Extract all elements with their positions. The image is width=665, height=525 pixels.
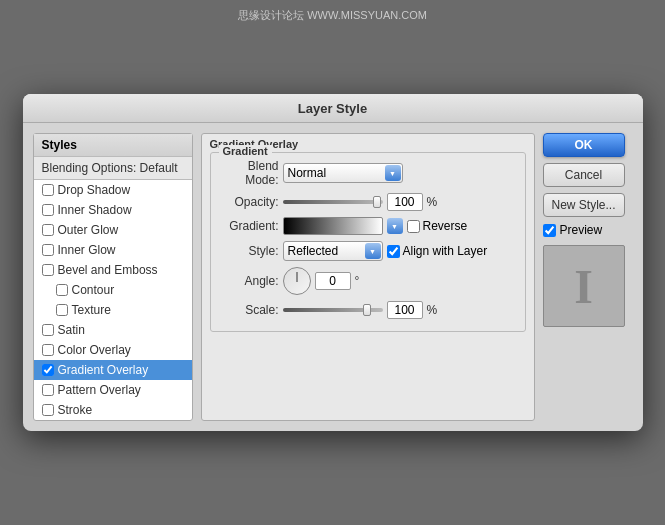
align-layer-text: Align with Layer [403, 244, 488, 258]
title-text: Layer Style [298, 101, 367, 116]
drop-shadow-item[interactable]: Drop Shadow [34, 180, 192, 200]
align-layer-checkbox[interactable] [387, 245, 400, 258]
center-panel: Gradient Overlay Gradient Blend Mode: No… [201, 133, 535, 421]
opacity-slider[interactable] [283, 200, 383, 204]
bevel-emboss-checkbox[interactable] [42, 264, 54, 276]
reverse-label[interactable]: Reverse [407, 219, 468, 233]
preview-text: Preview [560, 223, 603, 237]
drop-shadow-checkbox[interactable] [42, 184, 54, 196]
angle-row: Angle: ° [219, 267, 517, 295]
scale-unit: % [427, 303, 438, 317]
left-panel: Styles Blending Options: Default Drop Sh… [33, 133, 193, 421]
reverse-text: Reverse [423, 219, 468, 233]
angle-unit: ° [355, 274, 360, 288]
new-style-button[interactable]: New Style... [543, 193, 625, 217]
group-label: Gradient [219, 145, 272, 157]
opacity-input[interactable] [387, 193, 423, 211]
contour-item[interactable]: Contour [34, 280, 192, 300]
outer-glow-label: Outer Glow [58, 223, 119, 237]
layer-style-dialog: Layer Style Styles Blending Options: Def… [23, 94, 643, 431]
inner-shadow-checkbox[interactable] [42, 204, 54, 216]
gradient-label: Gradient: [219, 219, 279, 233]
blend-mode-row: Blend Mode: Normal Dissolve Multiply Scr… [219, 159, 517, 187]
watermark: 思缘设计论坛 WWW.MISSYUAN.COM [238, 8, 427, 23]
opacity-row: Opacity: % [219, 193, 517, 211]
gradient-arrow-icon[interactable] [387, 218, 403, 234]
scale-slider[interactable] [283, 308, 383, 312]
inner-glow-label: Inner Glow [58, 243, 116, 257]
gradient-overlay-checkbox[interactable] [42, 364, 54, 376]
pattern-overlay-item[interactable]: Pattern Overlay [34, 380, 192, 400]
satin-label: Satin [58, 323, 85, 337]
preview-letter: I [574, 259, 593, 314]
style-row: Style: Linear Radial Angle Reflected Dia… [219, 241, 517, 261]
dialog-title: Layer Style [23, 94, 643, 123]
style-select[interactable]: Linear Radial Angle Reflected Diamond [283, 241, 383, 261]
scale-row: Scale: % [219, 301, 517, 319]
satin-item[interactable]: Satin [34, 320, 192, 340]
scale-thumb [363, 304, 371, 316]
scale-label: Scale: [219, 303, 279, 317]
texture-label: Texture [72, 303, 111, 317]
inner-glow-checkbox[interactable] [42, 244, 54, 256]
color-overlay-checkbox[interactable] [42, 344, 54, 356]
cancel-button[interactable]: Cancel [543, 163, 625, 187]
gradient-row: Gradient: Reverse [219, 217, 517, 235]
bevel-emboss-label: Bevel and Emboss [58, 263, 158, 277]
outer-glow-item[interactable]: Outer Glow [34, 220, 192, 240]
reverse-checkbox[interactable] [407, 220, 420, 233]
align-layer-label[interactable]: Align with Layer [387, 244, 488, 258]
angle-dial[interactable] [283, 267, 311, 295]
gradient-group: Gradient Blend Mode: Normal Dissolve Mul… [210, 152, 526, 332]
outer-glow-checkbox[interactable] [42, 224, 54, 236]
blend-mode-label: Blend Mode: [219, 159, 279, 187]
contour-label: Contour [72, 283, 115, 297]
stroke-item[interactable]: Stroke [34, 400, 192, 420]
blend-mode-select[interactable]: Normal Dissolve Multiply Screen Overlay [283, 163, 403, 183]
gradient-swatch[interactable] [283, 217, 383, 235]
right-panel: OK Cancel New Style... Preview I [543, 133, 633, 421]
blending-options-item[interactable]: Blending Options: Default [34, 157, 192, 180]
texture-checkbox[interactable] [56, 304, 68, 316]
preview-checkbox[interactable] [543, 224, 556, 237]
bevel-emboss-item[interactable]: Bevel and Emboss [34, 260, 192, 280]
gradient-overlay-label: Gradient Overlay [58, 363, 149, 377]
angle-label: Angle: [219, 274, 279, 288]
satin-checkbox[interactable] [42, 324, 54, 336]
ok-button[interactable]: OK [543, 133, 625, 157]
inner-shadow-label: Inner Shadow [58, 203, 132, 217]
color-overlay-label: Color Overlay [58, 343, 131, 357]
color-overlay-item[interactable]: Color Overlay [34, 340, 192, 360]
pattern-overlay-checkbox[interactable] [42, 384, 54, 396]
stroke-checkbox[interactable] [42, 404, 54, 416]
preview-box: I [543, 245, 625, 327]
contour-checkbox[interactable] [56, 284, 68, 296]
dialog-body: Styles Blending Options: Default Drop Sh… [23, 123, 643, 431]
style-label: Style: [219, 244, 279, 258]
blending-options-label: Blending Options: Default [42, 161, 178, 175]
texture-item[interactable]: Texture [34, 300, 192, 320]
blend-mode-select-wrapper[interactable]: Normal Dissolve Multiply Screen Overlay [283, 163, 403, 183]
angle-input[interactable] [315, 272, 351, 290]
scale-input[interactable] [387, 301, 423, 319]
angle-indicator [296, 272, 297, 282]
opacity-thumb [373, 196, 381, 208]
inner-shadow-item[interactable]: Inner Shadow [34, 200, 192, 220]
inner-glow-item[interactable]: Inner Glow [34, 240, 192, 260]
opacity-unit: % [427, 195, 438, 209]
pattern-overlay-label: Pattern Overlay [58, 383, 141, 397]
opacity-label: Opacity: [219, 195, 279, 209]
preview-label[interactable]: Preview [543, 223, 633, 237]
gradient-overlay-item[interactable]: Gradient Overlay [34, 360, 192, 380]
styles-header: Styles [34, 134, 192, 157]
drop-shadow-label: Drop Shadow [58, 183, 131, 197]
stroke-label: Stroke [58, 403, 93, 417]
style-select-wrapper[interactable]: Linear Radial Angle Reflected Diamond [283, 241, 383, 261]
